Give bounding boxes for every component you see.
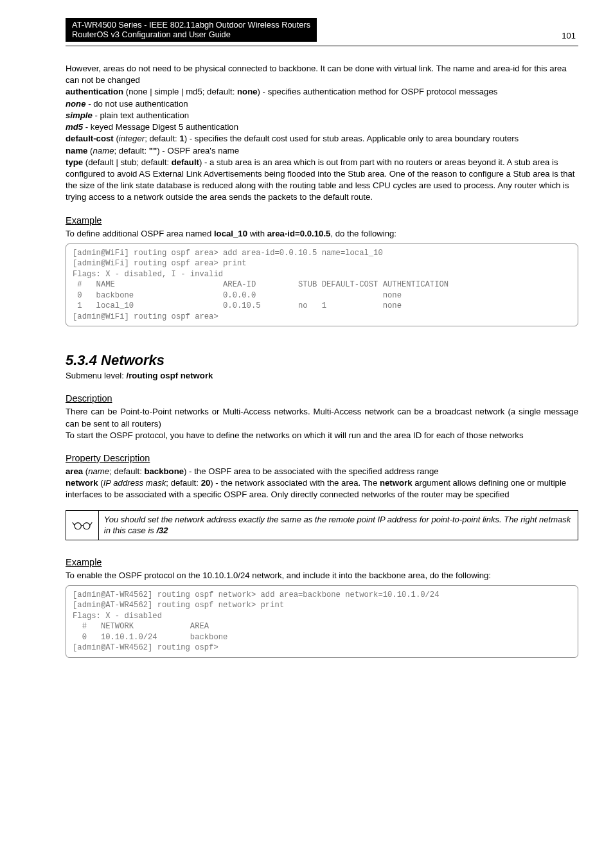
net-mid1: (	[98, 478, 103, 488]
area-label: area	[66, 466, 83, 476]
net-label: network	[66, 478, 98, 488]
type-label: type	[66, 157, 83, 167]
none-k: none	[66, 99, 86, 109]
ex1-a: To define additional OSPF area named	[66, 229, 214, 238]
name-type: name	[93, 146, 114, 155]
defcost-def: 1	[179, 134, 184, 143]
sub-b: /routing ospf network	[127, 371, 213, 380]
name-label: name	[66, 146, 87, 155]
sub-a: Submenu level:	[66, 371, 127, 380]
svg-point-1	[84, 523, 90, 529]
note-box: You should set the network address exact…	[66, 510, 578, 540]
content: However, areas do not need to be physica…	[66, 50, 578, 658]
defcost-mid2: ; default:	[145, 134, 179, 143]
type-line: type (default | stub; default: default) …	[66, 157, 578, 204]
type-mid: (default | stub; default:	[83, 157, 172, 167]
name-tail: ) - OSPF area's name	[157, 146, 239, 155]
intro-p1: However, areas do not need to be physica…	[66, 63, 578, 86]
header-line-1: AT-WR4500 Series - IEEE 802.11abgh Outdo…	[72, 20, 310, 30]
net-bold: network	[380, 478, 413, 488]
example2-heading: Example	[66, 557, 578, 567]
ex1-b: local_10	[214, 229, 247, 238]
none-d: - do not use authentication	[86, 99, 188, 109]
defcost-label: default-cost	[66, 134, 114, 143]
net-mid3: ) - the network associated with the area…	[210, 478, 380, 488]
type-def: default	[172, 157, 199, 167]
prop-heading: Property Description	[66, 453, 578, 463]
defcost-tail: ) - specifies the default cost used for …	[184, 134, 519, 143]
example1-heading: Example	[66, 215, 578, 226]
auth-line: authentication (none | simple | md5; def…	[66, 86, 578, 98]
simple-k: simple	[66, 111, 93, 120]
defcost-mid1: (	[114, 134, 119, 143]
net-type: IP address mask	[103, 478, 166, 488]
note-b: /32	[156, 526, 168, 535]
header-line-2: RouterOS v3 Configuration and User Guide	[72, 30, 310, 39]
header-black-box: AT-WR4500 Series - IEEE 802.11abgh Outdo…	[66, 18, 317, 42]
name-line: name (name; default: "") - OSPF area's n…	[66, 145, 578, 157]
name-mid1: (	[87, 146, 93, 155]
ex1-d: area-id=0.0.10.5	[267, 229, 331, 238]
name-def: ""	[149, 146, 157, 155]
page: AT-WR4500 Series - IEEE 802.11abgh Outdo…	[0, 0, 613, 684]
auth-label: authentication	[66, 87, 123, 96]
auth-rest: (none | simple | md5; default:	[123, 87, 237, 96]
example1-lead: To define additional OSPF area named loc…	[66, 228, 578, 240]
auth-default: none	[237, 87, 258, 96]
area-line: area (name; default: backbone) - the OSP…	[66, 466, 578, 477]
page-header: AT-WR4500 Series - IEEE 802.11abgh Outdo…	[66, 18, 578, 46]
md5-d: - keyed Message Digest 5 authentication	[83, 122, 238, 132]
note-text: You should set the network address exact…	[99, 511, 578, 540]
none-line: none - do not use authentication	[66, 98, 578, 110]
auth-tail: ) - specifies authentication method for …	[258, 87, 498, 96]
network-line: network (IP address mask; default: 20) -…	[66, 477, 578, 500]
area-mid2: ; default:	[109, 466, 144, 476]
area-type: name	[88, 466, 109, 476]
defcost-type: integer	[119, 134, 145, 143]
desc-p1: There can be Point-to-Point networks or …	[66, 406, 578, 429]
desc-p2: To start the OSPF protocol, you have to …	[66, 430, 578, 441]
defcost-line: default-cost (integer; default: 1) - spe…	[66, 133, 578, 145]
example1-code: [admin@WiFi] routing ospf area> add area…	[66, 244, 578, 326]
area-mid1: (	[83, 466, 88, 476]
desc-heading: Description	[66, 393, 578, 403]
net-mid2: ; default:	[166, 478, 200, 488]
name-mid2: ; default:	[114, 146, 149, 155]
md5-k: md5	[66, 122, 83, 132]
glasses-icon	[66, 511, 99, 540]
net-def: 20	[201, 478, 211, 488]
md5-line: md5 - keyed Message Digest 5 authenticat…	[66, 121, 578, 133]
area-def: backbone	[144, 466, 184, 476]
area-tail: ) - the OSPF area to be associated with …	[184, 466, 439, 476]
example2-code: [admin@AT-WR4562] routing ospf network> …	[66, 585, 578, 658]
simple-line: simple - plain text authentication	[66, 110, 578, 121]
ex1-e: , do the following:	[330, 229, 396, 238]
header-rule	[66, 46, 578, 46]
note-a: You should set the network address exact…	[104, 515, 571, 536]
networks-title: 5.3.4 Networks	[66, 352, 578, 369]
example2-lead: To enable the OSPF protocol on the 10.10…	[66, 570, 578, 581]
svg-point-0	[75, 523, 81, 529]
submenu-line: Submenu level: /routing ospf network	[66, 370, 578, 382]
simple-d: - plain text authentication	[93, 111, 189, 120]
ex1-c: with	[247, 229, 267, 238]
page-number: 101	[562, 31, 578, 42]
